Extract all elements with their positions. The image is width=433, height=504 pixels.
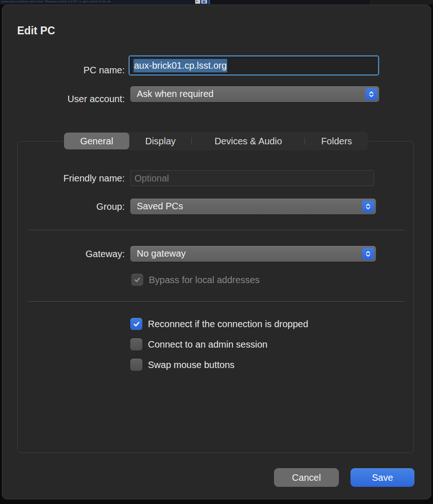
chevron-up-down-icon (362, 248, 374, 260)
cancel-button[interactable]: Cancel (274, 468, 339, 487)
checkbox-checked-icon[interactable] (130, 318, 142, 330)
admin-session-label: Connect to an admin session (148, 339, 267, 350)
swap-mouse-checkbox[interactable]: Swap mouse buttons (130, 359, 235, 371)
group-dropdown[interactable]: Saved PCs (130, 199, 376, 214)
group-label: Group: (2, 200, 125, 213)
pc-name-label: PC name: (2, 64, 125, 77)
background-window-panel: panel area anywhere and select "Request … (0, 0, 210, 5)
friendly-name-label: Friendly name: (2, 172, 125, 185)
gateway-dropdown[interactable]: No gateway (130, 246, 376, 262)
scrollbar-arrow-icon (195, 0, 200, 4)
admin-session-checkbox[interactable]: Connect to an admin session (130, 338, 267, 350)
save-button[interactable]: Save (350, 468, 414, 487)
tab-general[interactable]: General (64, 133, 129, 149)
pc-name-field[interactable]: aux-brick01.cp.lsst.org (128, 55, 379, 76)
friendly-name-input[interactable] (130, 170, 374, 186)
user-account-dropdown[interactable]: Ask when required (130, 86, 379, 102)
bypass-local-addresses-checkbox: Bypass for local addresses (131, 274, 260, 286)
checkbox-unchecked-icon[interactable] (130, 338, 142, 350)
background-window: panel area anywhere and select "Request … (0, 0, 433, 5)
divider (28, 301, 405, 302)
scrollbar-thumb-icon (201, 0, 207, 4)
background-window-right (370, 0, 433, 5)
gateway-value: No gateway (137, 248, 186, 258)
tab-display[interactable]: Display (129, 132, 191, 150)
tab-folders[interactable]: Folders (305, 132, 368, 150)
checkbox-unchecked-icon[interactable] (130, 359, 142, 371)
general-tab-panel (17, 141, 414, 453)
checkbox-checked-icon (131, 274, 143, 286)
background-accent-bar (208, 0, 210, 4)
swap-mouse-label: Swap mouse buttons (148, 360, 235, 370)
user-account-value: Ask when required (137, 89, 214, 99)
background-window-text: panel area anywhere and select "Request … (1, 0, 113, 3)
chevron-up-down-icon (365, 88, 377, 100)
divider (28, 230, 405, 230)
tab-bar: General Display Devices & Audio Folders (64, 132, 368, 150)
pc-name-input[interactable]: aux-brick01.cp.lsst.org (130, 57, 378, 74)
dialog-title: Edit PC (17, 25, 55, 37)
gateway-label: Gateway: (2, 247, 125, 260)
bypass-local-addresses-label: Bypass for local addresses (149, 275, 260, 285)
user-account-label: User account: (2, 92, 125, 105)
pc-name-selected-text: aux-brick01.cp.lsst.org (134, 59, 227, 72)
group-value: Saved PCs (137, 201, 183, 211)
reconnect-label: Reconnect if the connection is dropped (148, 319, 308, 330)
tab-devices-audio[interactable]: Devices & Audio (192, 132, 305, 150)
chevron-up-down-icon (362, 200, 374, 213)
edit-pc-dialog: Edit PC PC name: aux-brick01.cp.lsst.org… (2, 5, 431, 499)
reconnect-checkbox[interactable]: Reconnect if the connection is dropped (130, 318, 308, 330)
